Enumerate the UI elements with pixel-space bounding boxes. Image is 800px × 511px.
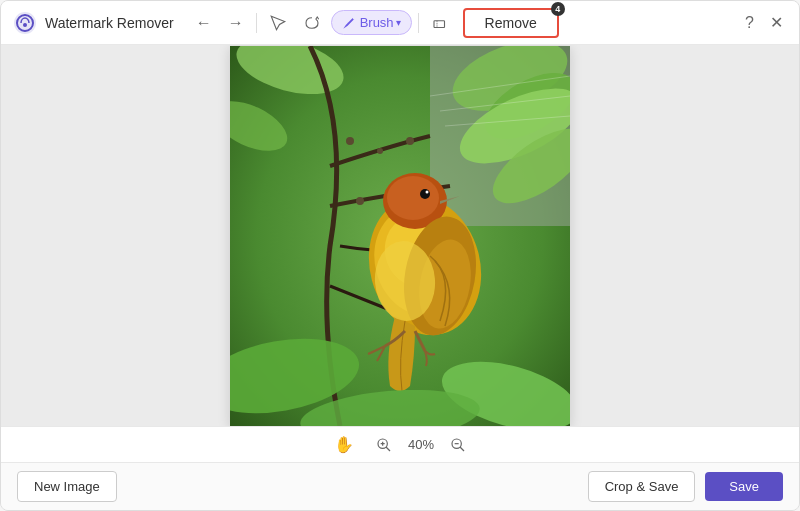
help-button[interactable]: ? — [741, 10, 758, 36]
hand-icon: ✋ — [334, 435, 354, 454]
svg-point-2 — [23, 23, 27, 27]
footer-right: Crop & Save Save — [588, 471, 783, 502]
svg-point-11 — [377, 148, 383, 154]
svg-rect-3 — [434, 20, 445, 27]
zoom-out-button[interactable] — [444, 434, 472, 456]
divider-1 — [256, 13, 257, 33]
brush-icon — [342, 16, 356, 30]
crop-save-button[interactable]: Crop & Save — [588, 471, 696, 502]
titlebar-right: ? ✕ — [741, 9, 787, 36]
svg-point-21 — [420, 189, 430, 199]
selection-icon — [269, 14, 287, 32]
svg-point-22 — [426, 190, 429, 193]
zoom-bar: ✋ 40% — [1, 426, 799, 462]
eraser-icon — [431, 14, 449, 32]
zoom-in-icon — [376, 437, 392, 453]
redo-icon: → — [228, 14, 244, 32]
brush-tool-button[interactable]: Brush ▾ — [331, 10, 412, 35]
zoom-in-button[interactable] — [370, 434, 398, 456]
bird-image — [230, 46, 570, 426]
footer: New Image Crop & Save Save — [1, 462, 799, 510]
lasso-icon — [303, 14, 321, 32]
zoom-level: 40% — [408, 437, 434, 452]
lasso-tool-button[interactable] — [297, 10, 327, 36]
titlebar: Watermark Remover ← → — [1, 1, 799, 45]
titlebar-left: Watermark Remover ← → — [13, 8, 559, 38]
remove-button[interactable]: Remove — [463, 8, 559, 38]
hand-tool-button[interactable]: ✋ — [328, 432, 360, 457]
undo-button[interactable]: ← — [190, 10, 218, 36]
zoom-out-icon — [450, 437, 466, 453]
eraser-tool-button[interactable] — [425, 10, 455, 36]
app-logo-icon — [13, 11, 37, 35]
brush-label: Brush — [360, 15, 394, 30]
footer-left: New Image — [17, 471, 117, 502]
selection-tool-button[interactable] — [263, 10, 293, 36]
svg-point-20 — [387, 176, 439, 220]
canvas-area — [1, 45, 799, 426]
app-title: Watermark Remover — [45, 15, 174, 31]
redo-button[interactable]: → — [222, 10, 250, 36]
image-container — [230, 46, 570, 426]
undo-icon: ← — [196, 14, 212, 32]
svg-point-13 — [356, 197, 364, 205]
notification-badge: 4 — [551, 2, 565, 16]
new-image-button[interactable]: New Image — [17, 471, 117, 502]
remove-badge-wrapper: 4 Remove — [463, 8, 559, 38]
close-button[interactable]: ✕ — [766, 9, 787, 36]
help-icon: ? — [745, 14, 754, 31]
svg-point-10 — [346, 137, 354, 145]
svg-point-12 — [406, 137, 414, 145]
close-icon: ✕ — [770, 14, 783, 31]
divider-2 — [418, 13, 419, 33]
save-button[interactable]: Save — [705, 472, 783, 501]
brush-chevron-icon: ▾ — [396, 17, 401, 28]
